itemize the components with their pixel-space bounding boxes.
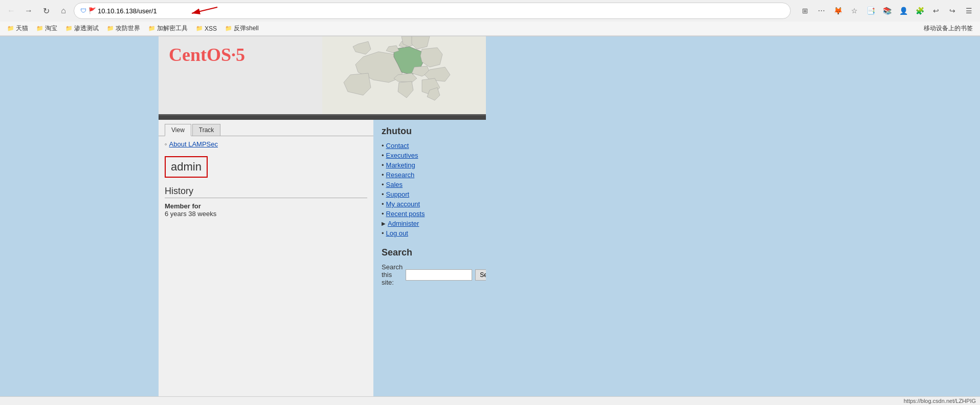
sidebar-item-my-account: My account bbox=[382, 200, 478, 208]
track-tab[interactable]: Track bbox=[192, 124, 221, 136]
bookmark-crypto-tools[interactable]: 📁 加解密工具 bbox=[145, 23, 191, 34]
back-button[interactable]: ← bbox=[4, 4, 18, 18]
bookmark-pentest[interactable]: 📁 渗透测试 bbox=[62, 23, 102, 34]
firefox-icon-button[interactable]: 🦊 bbox=[831, 4, 845, 18]
sidebar-item-marketing: Marketing bbox=[382, 161, 478, 169]
username-display: admin bbox=[171, 160, 202, 173]
sidebar-item-administer: Administer bbox=[382, 220, 478, 227]
status-bar: https://blog.csdn.net/LZHPIG bbox=[0, 396, 980, 405]
bookmark-tianmao[interactable]: 📁 天猫 bbox=[4, 23, 31, 34]
main-content: View Track About LAMPSec admin History M… bbox=[159, 120, 373, 405]
tabs-bar: View Track bbox=[159, 120, 373, 136]
administer-link[interactable]: Administer bbox=[388, 220, 419, 227]
view-tab[interactable]: View bbox=[165, 124, 191, 136]
contact-link[interactable]: Contact bbox=[386, 142, 409, 150]
my-account-link[interactable]: My account bbox=[386, 200, 420, 208]
search-section: Search Search this site: Search bbox=[382, 247, 478, 286]
member-for-value: 6 years 38 weeks bbox=[165, 210, 367, 218]
status-url: https://blog.csdn.net/LZHPIG bbox=[904, 398, 976, 404]
folder-icon: 📁 bbox=[7, 25, 14, 32]
library-button[interactable]: 📚 bbox=[880, 4, 894, 18]
bookmark-attack-world[interactable]: 📁 攻防世界 bbox=[104, 23, 143, 34]
about-lampsec-link[interactable]: About LAMPSec bbox=[169, 140, 218, 148]
browser-toolbar: ← → ↻ ⌂ 🛡 🚩 10.10.16.138/user/1 ⊞ ⋯ 🦊 ☆ bbox=[0, 0, 980, 22]
mobile-bookmarks[interactable]: 移动设备上的书签 bbox=[921, 23, 976, 34]
folder-icon: 📁 bbox=[196, 25, 203, 32]
refresh-button[interactable]: ↻ bbox=[39, 4, 53, 18]
forward-button[interactable]: → bbox=[21, 4, 36, 18]
website-container: CentOS·5 bbox=[159, 36, 486, 405]
sidebar-item-support: Support bbox=[382, 190, 478, 198]
history-section: History Member for 6 years 38 weeks bbox=[159, 182, 373, 222]
marketing-link[interactable]: Marketing bbox=[386, 161, 415, 169]
right-panel: https://blog.csdn.net/LZHPIG bbox=[486, 36, 980, 405]
sidebar-nav: Contact Executives Marketing Research Sa… bbox=[382, 142, 478, 237]
more-button[interactable]: ⋯ bbox=[814, 4, 829, 18]
bookmark-taobao[interactable]: 📁 淘宝 bbox=[33, 23, 60, 34]
recent-posts-link[interactable]: Recent posts bbox=[386, 210, 425, 218]
sidebar-item-research: Research bbox=[382, 171, 478, 179]
search-row: Search this site: Search bbox=[382, 263, 478, 286]
folder-icon: 📁 bbox=[225, 25, 232, 32]
map-area bbox=[322, 36, 486, 116]
nav-links: About LAMPSec bbox=[159, 136, 373, 152]
redo-button[interactable]: ↪ bbox=[945, 4, 960, 18]
options-button[interactable]: ☰ bbox=[962, 4, 976, 18]
folder-icon: 📁 bbox=[65, 25, 73, 32]
container-button[interactable]: 👤 bbox=[896, 4, 910, 18]
sidebar-item-recent-posts: Recent posts bbox=[382, 210, 478, 218]
home-button[interactable]: ⌂ bbox=[56, 4, 71, 18]
sales-link[interactable]: Sales bbox=[386, 181, 403, 188]
toolbar-icons: ⊞ ⋯ 🦊 ☆ 📑 📚 👤 🧩 ↩ ↪ ☰ bbox=[798, 4, 976, 18]
star-button[interactable]: ☆ bbox=[847, 4, 861, 18]
site-sidebar: zhutou Contact Executives Marketing Rese… bbox=[373, 120, 486, 405]
grid-icon-button[interactable]: ⊞ bbox=[798, 4, 812, 18]
bookmark-reverse-shell[interactable]: 📁 反弹shell bbox=[222, 23, 262, 34]
shield-flag-icon: 🚩 bbox=[88, 7, 96, 14]
about-link-item: About LAMPSec bbox=[165, 140, 367, 148]
bookmarks-button[interactable]: 📑 bbox=[863, 4, 878, 18]
username-box: admin bbox=[165, 156, 208, 178]
logout-link[interactable]: Log out bbox=[386, 229, 408, 237]
history-title: History bbox=[165, 186, 367, 198]
sidebar-item-executives: Executives bbox=[382, 152, 478, 159]
address-bar-container: 🛡 🚩 10.10.16.138/user/1 bbox=[74, 3, 791, 19]
sidebar-item-logout: Log out bbox=[382, 229, 478, 237]
folder-icon: 📁 bbox=[148, 25, 155, 32]
sidebar-item-sales: Sales bbox=[382, 181, 478, 188]
undo-button[interactable]: ↩ bbox=[929, 4, 943, 18]
folder-icon: 📁 bbox=[36, 25, 43, 32]
folder-icon: 📁 bbox=[107, 25, 114, 32]
sidebar-title: zhutou bbox=[382, 126, 478, 137]
member-for-label: Member for bbox=[165, 202, 367, 210]
bookmarks-bar: 📁 天猫 📁 淘宝 📁 渗透测试 📁 攻防世界 📁 加解密工具 📁 XSS 📁 … bbox=[0, 22, 980, 36]
security-icon: 🛡 bbox=[80, 7, 86, 14]
addons-button[interactable]: 🧩 bbox=[912, 4, 927, 18]
bookmark-xss[interactable]: 📁 XSS bbox=[193, 24, 220, 33]
browser-chrome: ← → ↻ ⌂ 🛡 🚩 10.10.16.138/user/1 ⊞ ⋯ 🦊 ☆ bbox=[0, 0, 980, 36]
research-link[interactable]: Research bbox=[386, 171, 415, 179]
search-label: Search this site: bbox=[382, 263, 403, 286]
support-link[interactable]: Support bbox=[386, 190, 410, 198]
browser-content: CentOS·5 bbox=[0, 36, 980, 405]
executives-link[interactable]: Executives bbox=[386, 152, 418, 159]
left-panel bbox=[0, 36, 159, 405]
site-body: View Track About LAMPSec admin History M… bbox=[159, 120, 486, 405]
search-input[interactable] bbox=[406, 269, 472, 281]
dark-separator bbox=[159, 116, 486, 120]
site-header: CentOS·5 bbox=[159, 36, 486, 116]
search-section-title: Search bbox=[382, 247, 478, 258]
sidebar-item-contact: Contact bbox=[382, 142, 478, 150]
url-input[interactable]: 10.10.16.138/user/1 bbox=[98, 7, 784, 15]
map-svg bbox=[322, 36, 486, 116]
site-logo: CentOS·5 bbox=[169, 44, 245, 66]
